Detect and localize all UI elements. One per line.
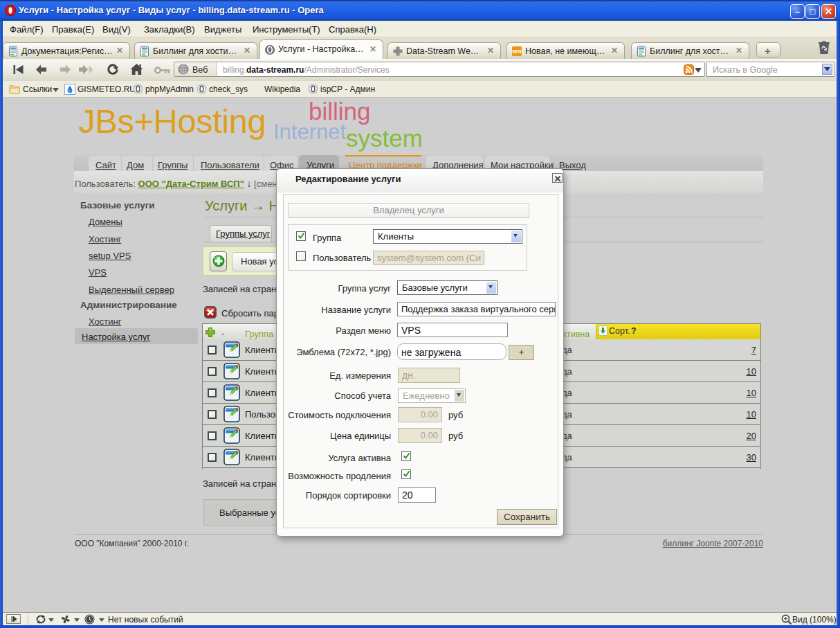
svg-text:WN: WN [512, 48, 522, 55]
